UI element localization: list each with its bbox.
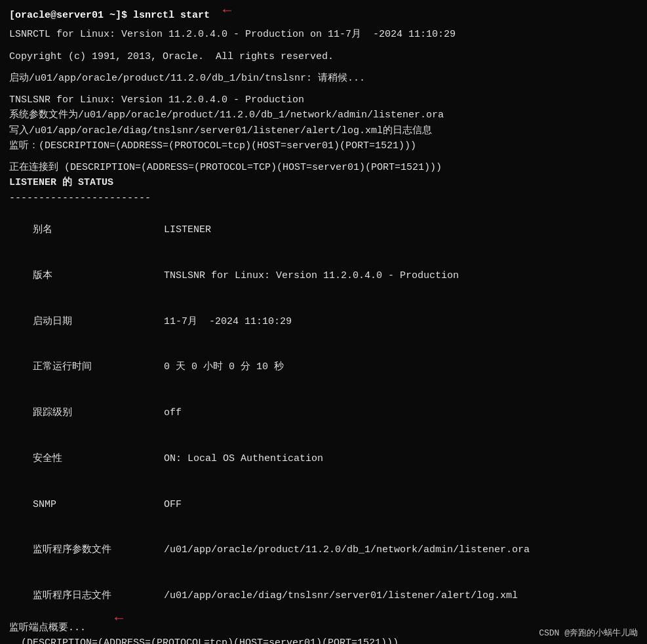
write-log-line: 写入/u01/app/oracle/diag/tnslsnr/server01/… <box>9 123 638 138</box>
alias-row: 别名LISTENER <box>9 207 638 253</box>
snmp-row: SNMPOFF <box>9 481 638 527</box>
trace-value: off <box>164 407 182 418</box>
version-row: 版本TNSLSNR for Linux: Version 11.2.0.4.0 … <box>9 253 638 299</box>
version-label: 版本 <box>33 268 164 283</box>
arrow-indicator-1: ← <box>223 3 231 19</box>
sys-param-file-line: 系统参数文件为/u01/app/oracle/product/11.2.0/db… <box>9 108 638 123</box>
log-file-label: 监听程序日志文件 <box>33 588 164 603</box>
uptime-value: 0 天 0 小时 0 分 10 秒 <box>164 361 284 372</box>
terminal-prompt: [oracle@server01 ~]$ lsnrctl start <box>9 8 638 23</box>
copyright-line: Copyright (c) 1991, 2013, Oracle. All ri… <box>9 49 638 64</box>
security-value: ON: Local OS Authentication <box>164 453 323 464</box>
listener-status-label: LISTENER 的 STATUS <box>9 175 638 190</box>
separator-line: ------------------------ <box>9 191 638 206</box>
version-value: TNSLSNR for Linux: Version 11.2.0.4.0 - … <box>164 270 459 281</box>
param-file-value: /u01/app/oracle/product/11.2.0/db_1/netw… <box>164 544 530 555</box>
snmp-value: OFF <box>164 499 182 510</box>
log-file-value: /u01/app/oracle/diag/tnslsnr/server01/li… <box>164 590 518 601</box>
start-date-label: 启动日期 <box>33 314 164 329</box>
alias-label: 别名 <box>33 222 164 237</box>
trace-row: 跟踪级别off <box>9 390 638 436</box>
terminal-window: ← [oracle@server01 ~]$ lsnrctl start LSN… <box>0 0 647 644</box>
snmp-label: SNMP <box>33 497 164 512</box>
uptime-label: 正常运行时间 <box>33 359 164 374</box>
watermark: CSDN @奔跑的小蜗牛儿呦 <box>539 627 638 639</box>
param-file-label: 监听程序参数文件 <box>33 542 164 557</box>
listen-desc-line: 监听：(DESCRIPTION=(ADDRESS=(PROTOCOL=tcp)(… <box>9 138 638 153</box>
security-row: 安全性ON: Local OS Authentication <box>9 436 638 482</box>
start-date-row: 启动日期11-7月 -2024 11:10:29 <box>9 298 638 344</box>
arrow-indicator-2: ← <box>115 611 123 627</box>
lsnrctl-version-line: LSNRCTL for Linux: Version 11.2.0.4.0 - … <box>9 27 638 42</box>
param-file-row: 监听程序参数文件/u01/app/oracle/product/11.2.0/d… <box>9 527 638 573</box>
uptime-row: 正常运行时间0 天 0 小时 0 分 10 秒 <box>9 344 638 390</box>
trace-label: 跟踪级别 <box>33 405 164 420</box>
connecting-line: 正在连接到 (DESCRIPTION=(ADDRESS=(PROTOCOL=TC… <box>9 160 638 175</box>
log-file-row: 监听程序日志文件/u01/app/oracle/diag/tnslsnr/ser… <box>9 573 638 619</box>
security-label: 安全性 <box>33 451 164 466</box>
start-date-value: 11-7月 -2024 11:10:29 <box>164 316 292 327</box>
startup-line: 启动/u01/app/oracle/product/11.2.0/db_1/bi… <box>9 71 638 86</box>
tnslsnr-version-line: TNSLSNR for Linux: Version 11.2.0.4.0 - … <box>9 92 638 108</box>
alias-value: LISTENER <box>164 224 211 235</box>
